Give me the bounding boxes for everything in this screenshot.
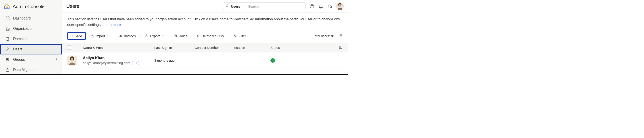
topbar: Users Users: [62, 0, 348, 12]
filter-icon: [233, 34, 237, 38]
svg-rect-1: [6, 17, 7, 18]
total-users-count: 31: [331, 34, 335, 38]
import-label: Import: [96, 34, 105, 38]
svg-rect-2: [8, 17, 10, 18]
total-users: Total users: 31: [313, 34, 335, 38]
col-signin-header[interactable]: Last Sign In: [154, 46, 194, 49]
select-all-checkbox[interactable]: [67, 45, 71, 49]
sidebar-item-label: Dashboard: [13, 16, 30, 20]
delete-csv-label: Delete via CSV: [202, 34, 224, 38]
add-button[interactable]: Add: [67, 32, 86, 40]
learn-more-link[interactable]: Learn more: [102, 23, 121, 27]
app-logo-icon: [4, 3, 10, 10]
invitees-button[interactable]: Invitees: [116, 32, 138, 39]
divider: [246, 4, 246, 9]
user-name: Aaliya Khan: [83, 56, 104, 60]
sidebar-item-label: Users: [13, 47, 22, 51]
svg-point-15: [7, 48, 8, 49]
sidebar-item-label: Organization: [13, 27, 34, 31]
col-location-header[interactable]: Location: [232, 46, 270, 49]
import-icon: [90, 34, 94, 38]
import-button[interactable]: Import: [88, 32, 112, 39]
sidebar-item-label: Domains: [13, 37, 27, 41]
user-last-signin: 3 months ago: [154, 58, 194, 62]
total-users-label: Total users:: [313, 34, 331, 38]
export-icon: [145, 34, 148, 38]
sidebar-item-data-migration[interactable]: Data Migration: [0, 65, 62, 75]
group-icon: [5, 57, 10, 62]
svg-point-17: [8, 59, 9, 60]
sidebar-item-users[interactable]: Users: [0, 44, 62, 54]
svg-rect-29: [174, 35, 177, 37]
divider: [114, 34, 114, 38]
svg-point-19: [226, 5, 228, 7]
bell-icon[interactable]: [318, 4, 324, 9]
building-icon: [5, 26, 10, 31]
filter-button[interactable]: Filter: [231, 32, 253, 39]
sidebar-item-domains[interactable]: Domains: [0, 34, 62, 44]
divider: [169, 34, 169, 38]
sidebar-item-dashboard[interactable]: Dashboard: [0, 13, 62, 24]
svg-rect-6: [8, 28, 10, 30]
main-content: Users Users: [62, 0, 348, 74]
page-description: This section lists the users that have b…: [62, 13, 348, 30]
search-scope-selector[interactable]: Users: [231, 5, 244, 8]
svg-rect-18: [6, 69, 9, 72]
table-row[interactable]: Aaliya Khan aaliya.khan@zylkertraining.c…: [62, 52, 348, 69]
divider: [229, 34, 229, 38]
column-settings-icon[interactable]: [339, 45, 343, 50]
filter-label: Filter: [238, 34, 246, 38]
svg-point-16: [6, 58, 8, 60]
add-label: Add: [76, 34, 82, 38]
delete-csv-button[interactable]: Delete via CSV: [194, 32, 227, 39]
chevron-down-icon: [248, 34, 251, 38]
plus-icon: [71, 34, 74, 38]
export-label: Export: [150, 34, 160, 38]
col-status-header[interactable]: Status: [270, 46, 297, 49]
search-icon: [226, 4, 229, 9]
user-icon: [5, 47, 10, 52]
home-icon[interactable]: [327, 4, 332, 9]
col-contact-header[interactable]: Contact Number: [194, 46, 232, 49]
search-box[interactable]: Users: [223, 3, 306, 10]
migration-icon: [5, 67, 10, 72]
sidebar-item-organization[interactable]: Organization: [0, 24, 62, 34]
profile-avatar[interactable]: [336, 3, 344, 10]
svg-point-30: [175, 35, 176, 36]
caret-down-icon: [242, 5, 244, 8]
invitees-icon: [119, 34, 122, 38]
roles-button[interactable]: Roles: [171, 32, 190, 39]
app-title: Admin Console: [13, 4, 44, 9]
divider: [192, 34, 192, 38]
sidebar-item-groups[interactable]: Groups: [0, 54, 62, 65]
chevron-right-icon: [55, 57, 58, 62]
user-avatar: [67, 55, 77, 65]
user-email: aaliya.khan@zylkertraining.com: [83, 61, 130, 65]
invitees-label: Invitees: [124, 34, 136, 38]
trash-icon: [196, 34, 200, 38]
roles-icon: [174, 34, 177, 38]
col-name-header[interactable]: Name & Email: [83, 46, 154, 49]
status-active-icon: [270, 58, 275, 63]
search-scope-label: Users: [231, 5, 240, 8]
globe-icon: [5, 37, 10, 41]
toolbar: Add Import Invitees: [62, 30, 348, 43]
sidebar-item-label: Groups: [13, 57, 25, 62]
sidebar-header: Admin Console: [0, 0, 62, 13]
svg-point-27: [120, 35, 120, 36]
svg-rect-3: [6, 19, 7, 20]
search-input[interactable]: [248, 5, 303, 8]
svg-point-28: [121, 35, 122, 36]
help-icon[interactable]: [309, 4, 315, 9]
page-title: Users: [66, 3, 79, 9]
export-button[interactable]: Export: [142, 32, 167, 39]
roles-label: Roles: [179, 34, 187, 38]
table-header: Name & Email Last Sign In Contact Number…: [62, 43, 348, 52]
additional-emails-badge[interactable]: +1: [132, 61, 139, 65]
chevron-down-icon: [162, 34, 164, 38]
svg-rect-4: [8, 19, 10, 20]
list-view-icon[interactable]: [339, 33, 343, 38]
svg-rect-38: [341, 46, 342, 48]
divider: [140, 34, 140, 38]
dashboard-icon: [5, 16, 10, 21]
